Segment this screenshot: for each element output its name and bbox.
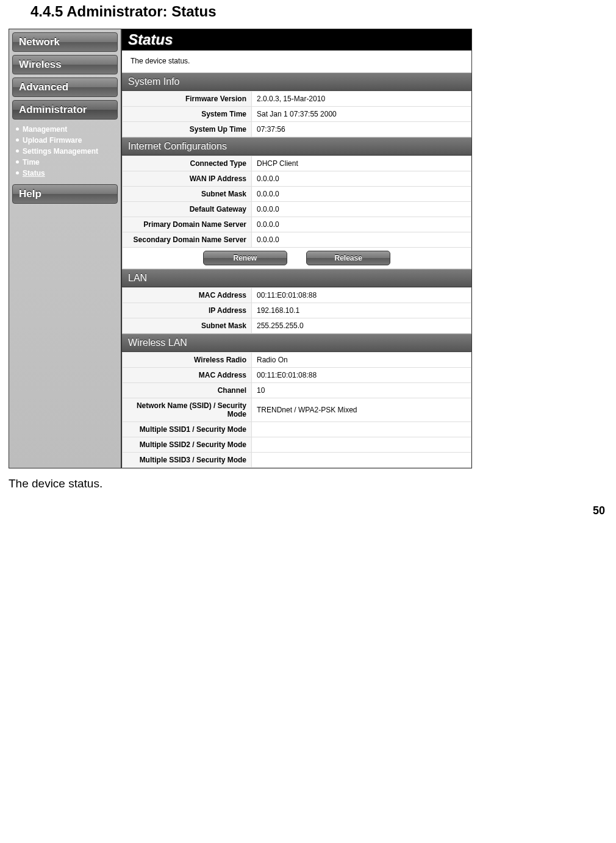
row-label: Subnet Mask — [123, 187, 252, 202]
wlan-table: Wireless RadioRadio On MAC Address00:11:… — [122, 352, 471, 468]
sidebar-subitem-label: Upload Firmware — [23, 136, 82, 145]
section-head-wlan: Wireless LAN — [122, 334, 471, 352]
internet-config-table: Connected TypeDHCP Client WAN IP Address… — [122, 156, 471, 269]
row-value: 0.0.0.0 — [252, 202, 471, 217]
sidebar-subitem-settings-management[interactable]: Settings Management — [16, 146, 118, 157]
row-value — [252, 422, 471, 437]
row-label: Secondary Domain Name Server — [123, 232, 252, 248]
bullet-icon — [16, 160, 19, 163]
bullet-icon — [16, 127, 19, 131]
row-value — [252, 437, 471, 453]
row-label: MAC Address — [123, 368, 252, 383]
table-row: MAC Address00:11:E0:01:08:88 — [123, 368, 471, 383]
sidebar-item-help[interactable]: Help — [12, 184, 118, 204]
table-row: Subnet Mask255.255.255.0 — [123, 318, 471, 334]
bullet-icon — [16, 138, 19, 142]
table-row: Multiple SSID2 / Security Mode — [123, 437, 471, 453]
row-value: 07:37:56 — [252, 122, 471, 137]
sidebar-subitem-label: Management — [23, 125, 67, 134]
table-row: Channel10 — [123, 383, 471, 398]
page-number: 50 — [593, 504, 605, 517]
row-label: Multiple SSID3 / Security Mode — [123, 453, 252, 468]
row-label: Network Name (SSID) / Security Mode — [123, 398, 252, 422]
row-value: 0.0.0.0 — [252, 232, 471, 248]
sidebar-subitem-label: Time — [23, 158, 40, 167]
sidebar-subitem-management[interactable]: Management — [16, 124, 118, 135]
row-label: Default Gateway — [123, 202, 252, 217]
row-value: TRENDnet / WPA2-PSK Mixed — [252, 398, 471, 422]
system-info-table: Firmware Version2.0.0.3, 15-Mar-2010 Sys… — [122, 91, 471, 137]
row-label: Wireless Radio — [123, 353, 252, 368]
table-row: Network Name (SSID) / Security ModeTREND… — [123, 398, 471, 422]
renew-button[interactable]: Renew — [203, 251, 287, 265]
sidebar-item-wireless[interactable]: Wireless — [12, 55, 118, 74]
bullet-icon — [16, 171, 19, 174]
table-row: Multiple SSID3 / Security Mode — [123, 453, 471, 468]
sidebar-item-administrator[interactable]: Administrator — [12, 100, 118, 120]
sidebar-item-network[interactable]: Network — [12, 32, 118, 52]
table-row: Primary Domain Name Server0.0.0.0 — [123, 217, 471, 232]
row-label: System Time — [123, 107, 252, 122]
lan-table: MAC Address00:11:E0:01:08:88 IP Address1… — [122, 287, 471, 334]
row-value: 00:11:E0:01:08:88 — [252, 288, 471, 303]
table-row: Wireless RadioRadio On — [123, 353, 471, 368]
release-button[interactable]: Release — [306, 251, 390, 265]
figure-caption: The device status. — [9, 477, 610, 490]
content-pane: Status The device status. System Info Fi… — [122, 29, 471, 468]
sidebar-subitem-label: Settings Management — [23, 147, 98, 156]
table-row: MAC Address00:11:E0:01:08:88 — [123, 288, 471, 303]
button-row: Renew Release — [123, 248, 471, 269]
sidebar-subitem-status[interactable]: Status — [16, 168, 118, 179]
table-row: WAN IP Address0.0.0.0 — [123, 171, 471, 187]
row-label: Primary Domain Name Server — [123, 217, 252, 232]
table-row: Firmware Version2.0.0.3, 15-Mar-2010 — [123, 91, 471, 107]
row-value: DHCP Client — [252, 156, 471, 171]
row-value: 0.0.0.0 — [252, 217, 471, 232]
sidebar-item-advanced[interactable]: Advanced — [12, 77, 118, 97]
router-admin-screenshot: Network Wireless Advanced Administrator … — [9, 29, 472, 468]
sidebar-submenu: Management Upload Firmware Settings Mana… — [12, 124, 118, 179]
row-value: 00:11:E0:01:08:88 — [252, 368, 471, 383]
row-label: Subnet Mask — [123, 318, 252, 334]
table-row: Secondary Domain Name Server0.0.0.0 — [123, 232, 471, 248]
table-row: Subnet Mask0.0.0.0 — [123, 187, 471, 202]
doc-heading: 4.4.5 Administrator: Status — [30, 3, 610, 20]
page-title: Status — [122, 29, 471, 51]
row-value — [252, 453, 471, 468]
row-label: Channel — [123, 383, 252, 398]
table-row: System Up Time07:37:56 — [123, 122, 471, 137]
row-value: 2.0.0.3, 15-Mar-2010 — [252, 91, 471, 107]
row-value: 0.0.0.0 — [252, 171, 471, 187]
sidebar-subitem-label: Status — [23, 169, 45, 178]
row-label: Multiple SSID2 / Security Mode — [123, 437, 252, 453]
table-row: Connected TypeDHCP Client — [123, 156, 471, 171]
row-label: System Up Time — [123, 122, 252, 137]
row-value: 0.0.0.0 — [252, 187, 471, 202]
row-label: IP Address — [123, 303, 252, 318]
sidebar: Network Wireless Advanced Administrator … — [9, 29, 122, 468]
row-label: MAC Address — [123, 288, 252, 303]
page-subtitle: The device status. — [122, 51, 471, 73]
row-label: Firmware Version — [123, 91, 252, 107]
row-label: Connected Type — [123, 156, 252, 171]
row-label: WAN IP Address — [123, 171, 252, 187]
table-row: Default Gateway0.0.0.0 — [123, 202, 471, 217]
bullet-icon — [16, 149, 19, 152]
table-row: IP Address192.168.10.1 — [123, 303, 471, 318]
row-value: Sat Jan 1 07:37:55 2000 — [252, 107, 471, 122]
row-label: Multiple SSID1 / Security Mode — [123, 422, 252, 437]
sidebar-subitem-time[interactable]: Time — [16, 157, 118, 168]
section-head-internet: Internet Configurations — [122, 137, 471, 156]
row-value: 255.255.255.0 — [252, 318, 471, 334]
row-value: 10 — [252, 383, 471, 398]
table-row: Multiple SSID1 / Security Mode — [123, 422, 471, 437]
section-head-system-info: System Info — [122, 73, 471, 91]
row-value: Radio On — [252, 353, 471, 368]
row-value: 192.168.10.1 — [252, 303, 471, 318]
section-head-lan: LAN — [122, 269, 471, 287]
sidebar-subitem-upload-firmware[interactable]: Upload Firmware — [16, 135, 118, 146]
table-row: System TimeSat Jan 1 07:37:55 2000 — [123, 107, 471, 122]
